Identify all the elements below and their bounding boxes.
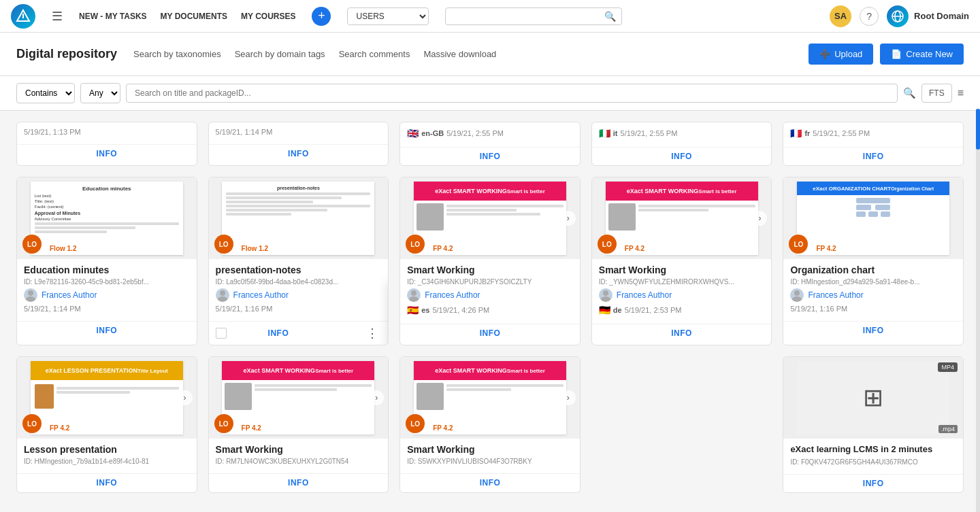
lesson-book <box>35 384 54 409</box>
next-arrow[interactable]: › <box>369 390 384 405</box>
subheader: Digital repository Search by taxonomies … <box>0 33 980 76</box>
search-by-domain-tags[interactable]: Search by domain tags <box>235 49 325 59</box>
card-thumbnail: eXact SMART WORKINGSmart is better LO FP… <box>209 357 389 439</box>
search-by-taxonomies[interactable]: Search by taxonomies <box>133 49 221 59</box>
org-box <box>875 205 890 210</box>
author-name[interactable]: Frances Author <box>808 290 863 300</box>
info-button[interactable]: INFO <box>480 152 501 161</box>
search-comments[interactable]: Search comments <box>339 49 410 59</box>
fts-button[interactable]: FTS <box>921 84 952 103</box>
logo[interactable] <box>11 4 35 29</box>
info-button[interactable]: INFO <box>96 478 117 488</box>
card-checkbox[interactable] <box>216 328 227 339</box>
more-options-button[interactable]: ⋮ <box>363 326 381 341</box>
lang-code: es <box>421 306 429 314</box>
search-filter-icon: 🔍 <box>903 87 916 99</box>
sub-actions: ➕ Upload 📄 Create New <box>808 44 964 65</box>
card-id: ID: HMIngestion_7b9a1b14-e89f-4c10-81 <box>24 458 190 465</box>
info-button[interactable]: INFO <box>863 326 884 335</box>
info-button[interactable]: INFO <box>288 478 309 488</box>
lang-code: it <box>613 129 618 137</box>
slide-header: eXact SMART WORKINGSmart is better <box>606 182 758 201</box>
card-footer: INFO <box>17 144 197 163</box>
svg-point-8 <box>218 296 227 302</box>
info-button[interactable]: INFO <box>480 478 501 488</box>
nav-my-courses[interactable]: MY COURSES <box>241 12 295 21</box>
help-button[interactable]: ? <box>860 7 879 26</box>
fp-badge: FP 4.2 <box>429 423 457 433</box>
author-name[interactable]: Frances Author <box>233 290 289 300</box>
card-smart-working-de: eXact SMART WORKINGSmart is better LO FP… <box>591 177 772 345</box>
info-button[interactable]: INFO <box>863 479 884 488</box>
create-icon: 📄 <box>891 49 902 59</box>
filter-options-button[interactable]: ≡ <box>958 87 964 99</box>
third-row-grid: eXact LESSON PRESENTATIONTitle Layout LO… <box>16 356 964 493</box>
card-meta: 🇬🇧 en-GB 5/19/21, 2:55 PM <box>407 128 573 139</box>
top-search-input[interactable] <box>451 12 604 21</box>
card-thumbnail: Education minutes List (text) Title: (te… <box>17 177 197 259</box>
svg-point-12 <box>601 296 610 302</box>
card-title: Organization chart <box>790 264 956 275</box>
search-icon: 🔍 <box>604 11 616 22</box>
flag-icon: 🇫🇷 <box>790 128 802 139</box>
info-button[interactable]: INFO <box>671 328 692 338</box>
card-thumbnail: eXact ORGANIZATION CHARTOrganization Cha… <box>783 177 963 259</box>
card-meta: 🇪🇸 es 5/19/21, 4:26 PM <box>407 305 573 315</box>
card-footer: INFO <box>400 473 580 492</box>
lang-code: en-GB <box>421 129 444 137</box>
nav-new-my-tasks[interactable]: NEW - MY TASKS <box>79 12 147 21</box>
lo-badge: LO <box>406 235 425 254</box>
main-content: 5/19/21, 1:13 PM INFO 5/19/21, 1:14 PM I… <box>0 111 980 504</box>
card-body: Organization chart ID: HMIngestion_d294a… <box>783 259 963 321</box>
author-avatar <box>407 288 421 302</box>
card-date: 5/19/21, 1:14 PM <box>216 128 382 136</box>
lo-badge: LO <box>22 414 42 433</box>
info-button[interactable]: INFO <box>288 149 309 158</box>
thumb-mp4: ⊞ <box>797 361 949 434</box>
create-new-button[interactable]: 📄 Create New <box>880 44 964 65</box>
card-mp4: ⊞ MP4 .mp4 eXact learning LCMS in 2 minu… <box>783 356 964 493</box>
slide-image <box>608 203 636 231</box>
next-arrow[interactable]: › <box>561 211 576 226</box>
card-thumbnail: eXact LESSON PRESENTATIONTitle Layout LO… <box>17 357 197 439</box>
author-avatar <box>24 288 37 302</box>
info-button[interactable]: INFO <box>268 328 289 338</box>
hamburger-menu[interactable]: ☰ <box>52 9 63 24</box>
card-body: 🇮🇹 it 5/19/21, 2:55 PM <box>592 122 772 147</box>
card-top-5: 🇫🇷 fr 5/19/21, 2:55 PM INFO <box>783 122 964 166</box>
author-name[interactable]: Frances Author <box>617 290 672 300</box>
avatar[interactable]: SA <box>830 5 851 27</box>
card-thumbnail: ⊞ MP4 .mp4 <box>783 357 963 439</box>
nav-my-documents[interactable]: MY DOCUMENTS <box>161 12 227 21</box>
info-button[interactable]: INFO <box>863 152 884 161</box>
next-arrow[interactable]: › <box>178 390 193 405</box>
users-dropdown[interactable]: USERS <box>347 7 429 25</box>
next-arrow[interactable]: › <box>752 211 767 226</box>
author-name[interactable]: Frances Author <box>42 290 97 300</box>
slide-text <box>638 203 755 231</box>
card-date: 5/19/21, 1:16 PM <box>216 305 382 313</box>
scrollbar[interactable] <box>976 109 980 504</box>
author-name[interactable]: Frances Author <box>425 290 480 300</box>
info-button[interactable]: INFO <box>96 149 117 158</box>
card-top-2: 5/19/21, 1:14 PM INFO <box>208 122 389 166</box>
info-button[interactable]: INFO <box>480 328 501 338</box>
card-body: Smart Working ID: _YWN5QWFYULZEHMIRORXWH… <box>592 259 772 324</box>
massive-download[interactable]: Massive download <box>423 49 496 59</box>
search-filter-input[interactable] <box>126 84 898 103</box>
next-arrow[interactable]: › <box>561 390 576 405</box>
info-button[interactable]: INFO <box>671 152 692 161</box>
upload-button[interactable]: ➕ Upload <box>808 44 873 65</box>
thumb-bg: eXact SMART WORKINGSmart is better <box>400 177 580 259</box>
info-button[interactable]: INFO <box>96 326 117 335</box>
card-author: Frances Author <box>24 288 190 302</box>
repo-title: Digital repository <box>16 47 117 61</box>
slide-body <box>606 201 758 233</box>
add-button[interactable]: + <box>312 7 331 26</box>
contains-select[interactable]: Contains <box>16 83 75 103</box>
org-body <box>797 195 949 220</box>
any-select[interactable]: Any <box>80 83 120 103</box>
card-title: Smart Working <box>407 264 573 275</box>
card-body: Smart Working ID: RM7LN4OWC3KUBEXUHXYL2G… <box>209 439 389 473</box>
card-footer: INFO <box>209 473 389 492</box>
